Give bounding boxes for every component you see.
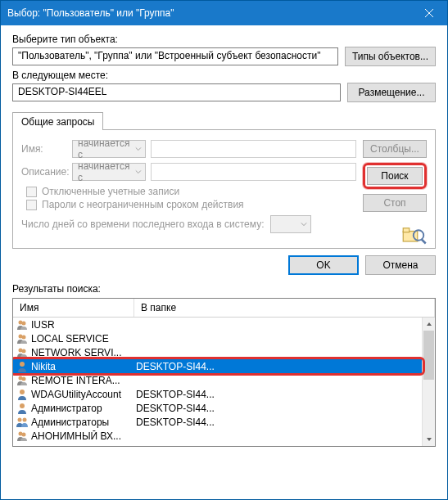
listview-header: Имя В папке bbox=[13, 299, 435, 318]
svg-point-18 bbox=[23, 417, 27, 421]
description-input[interactable] bbox=[151, 163, 356, 181]
description-label: Описание: bbox=[21, 166, 67, 178]
column-name[interactable]: Имя bbox=[13, 299, 134, 317]
query-section: Общие запросы Имя: начинается с Описание… bbox=[12, 112, 436, 249]
tab-common-queries[interactable]: Общие запросы bbox=[12, 112, 103, 130]
row-folder: DESKTOP-SI44... bbox=[136, 403, 215, 414]
name-match-combo[interactable]: начинается с bbox=[72, 140, 146, 158]
svg-line-5 bbox=[422, 240, 426, 244]
results-label: Результаты поиска: bbox=[12, 283, 436, 295]
object-types-button[interactable]: Типы объектов... bbox=[345, 47, 436, 66]
vertical-scrollbar[interactable] bbox=[422, 318, 435, 446]
svg-point-14 bbox=[22, 376, 26, 381]
description-match-combo[interactable]: начинается с bbox=[72, 163, 146, 181]
dialog-window: Выбор: "Пользователь" или "Группа" Выбер… bbox=[0, 0, 448, 500]
svg-point-15 bbox=[20, 390, 25, 394]
object-type-label: Выберите тип объекта: bbox=[12, 34, 436, 45]
principal-icon bbox=[16, 346, 29, 359]
row-name: NETWORK SERVI... bbox=[31, 347, 136, 358]
svg-point-12 bbox=[20, 362, 25, 367]
row-name: REMOTE INTERA... bbox=[31, 375, 136, 386]
row-name: LOCAL SERVICE bbox=[31, 333, 136, 345]
user-icon bbox=[16, 360, 29, 373]
scroll-up-icon[interactable] bbox=[423, 318, 435, 331]
svg-point-7 bbox=[22, 321, 26, 325]
days-since-logon-label: Число дней со времени последнего входа в… bbox=[21, 218, 264, 230]
scroll-thumb[interactable] bbox=[423, 331, 434, 380]
days-combo[interactable] bbox=[270, 215, 311, 233]
principal-icon bbox=[16, 430, 29, 443]
row-name: Nikita bbox=[31, 361, 136, 372]
window-title: Выбор: "Пользователь" или "Группа" bbox=[7, 7, 410, 19]
name-label: Имя: bbox=[21, 143, 67, 155]
group-icon bbox=[16, 416, 29, 429]
row-folder: DESKTOP-SI44... bbox=[136, 417, 215, 428]
column-folder[interactable]: В папке bbox=[134, 299, 435, 317]
principal-icon bbox=[16, 374, 29, 387]
checkbox-icon bbox=[26, 200, 37, 210]
table-row[interactable]: АдминистраторыDESKTOP-SI44... bbox=[13, 415, 422, 429]
row-name: АНОНИМНЫЙ ВХ... bbox=[31, 430, 136, 442]
table-row[interactable]: АНОНИМНЫЙ ВХ... bbox=[13, 429, 422, 443]
svg-point-11 bbox=[22, 349, 26, 353]
find-now-button[interactable]: Поиск bbox=[367, 167, 423, 185]
table-row[interactable]: АдминистраторDESKTOP-SI44... bbox=[13, 401, 422, 415]
find-button-highlight: Поиск bbox=[363, 163, 427, 189]
table-row[interactable]: LOCAL SERVICE bbox=[13, 331, 422, 345]
results-listview[interactable]: Имя В папке IUSRLOCAL SERVICENETWORK SER… bbox=[12, 298, 436, 447]
location-label: В следующем месте: bbox=[12, 70, 436, 81]
row-name: Администратор bbox=[31, 403, 136, 414]
cancel-button[interactable]: Отмена bbox=[365, 255, 436, 275]
scroll-down-icon[interactable] bbox=[423, 433, 435, 446]
dialog-content: Выберите тип объекта: "Пользователь", "Г… bbox=[1, 25, 447, 452]
svg-point-16 bbox=[20, 403, 25, 408]
user-icon bbox=[16, 388, 29, 401]
directory-search-icon[interactable] bbox=[402, 225, 427, 241]
principal-icon bbox=[16, 318, 29, 331]
name-input[interactable] bbox=[151, 140, 356, 158]
ok-button[interactable]: OK bbox=[288, 255, 359, 275]
titlebar: Выбор: "Пользователь" или "Группа" bbox=[1, 1, 447, 25]
checkbox-icon bbox=[26, 187, 37, 197]
row-name: IUSR bbox=[31, 319, 136, 331]
svg-point-9 bbox=[22, 335, 26, 339]
close-button[interactable] bbox=[410, 1, 447, 25]
object-type-field[interactable]: "Пользователь", "Группа" или "Встроенный… bbox=[12, 47, 338, 65]
table-row[interactable]: IUSR bbox=[13, 318, 422, 331]
table-row[interactable]: WDAGUtilityAccountDESKTOP-SI44... bbox=[13, 387, 422, 401]
principal-icon bbox=[16, 332, 29, 345]
svg-point-20 bbox=[22, 432, 26, 436]
svg-rect-3 bbox=[403, 228, 410, 232]
stop-button[interactable]: Стоп bbox=[363, 194, 427, 212]
location-field[interactable]: DESKTOP-SI44EEL bbox=[12, 83, 341, 101]
row-folder: DESKTOP-SI44... bbox=[136, 361, 215, 372]
columns-button[interactable]: Столбцы... bbox=[363, 140, 427, 158]
table-row[interactable]: NETWORK SERVI... bbox=[13, 345, 422, 359]
svg-point-17 bbox=[18, 417, 22, 421]
nonexpiring-passwords-checkbox[interactable]: Пароли с неограниченным сроком действия bbox=[26, 199, 356, 210]
row-name: Администраторы bbox=[31, 417, 136, 428]
row-name: WDAGUtilityAccount bbox=[31, 389, 136, 400]
table-row[interactable]: REMOTE INTERA... bbox=[13, 373, 422, 387]
table-row[interactable]: NikitaDESKTOP-SI44... bbox=[13, 359, 422, 373]
row-folder: DESKTOP-SI44... bbox=[136, 389, 215, 400]
locations-button[interactable]: Размещение... bbox=[347, 83, 436, 102]
disabled-accounts-checkbox[interactable]: Отключенные учетные записи bbox=[26, 186, 356, 197]
user-icon bbox=[16, 402, 29, 415]
